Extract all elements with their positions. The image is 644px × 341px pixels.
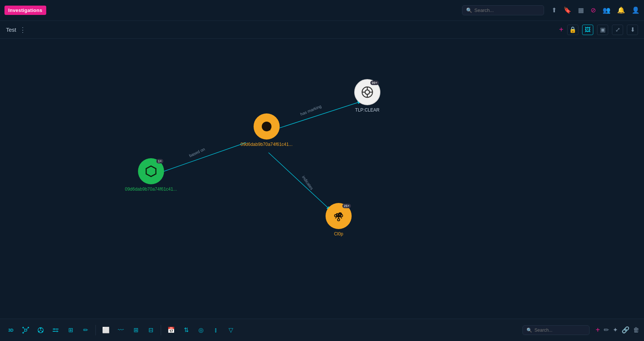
node-indicator[interactable]: 09d6dab9b70a74f61c41... <box>241 113 292 147</box>
tool-columns[interactable]: ⫿ <box>210 324 222 337</box>
bar-actions: + 🔒 🖼 ▣ ⤢ ⬇ <box>559 25 638 35</box>
threat-label: Cl0p <box>334 231 343 237</box>
tlp-badge: 99+ <box>370 81 379 85</box>
global-search[interactable]: 🔍 <box>462 5 544 15</box>
user-icon[interactable]: 👤 <box>632 6 640 14</box>
upload-icon[interactable]: ⬆ <box>552 6 557 14</box>
bottom-right-actions: + ✏ ✦ 🔗 🗑 <box>596 326 640 334</box>
node-hash[interactable]: 1+ 09d6dab9b70a74f61c41... <box>125 158 177 192</box>
svg-marker-9 <box>146 166 156 176</box>
bookmarks-icon[interactable]: 🔖 <box>563 6 571 14</box>
tool-target[interactable]: ◎ <box>195 324 207 337</box>
graph-area: has marking based on indicates 99+ <box>0 39 644 319</box>
bottom-toolbar: 3D ⊞ ✏ ⬜ 〰 ⊞ <box>0 319 644 341</box>
threat-badge: 25+ <box>342 204 351 208</box>
tab-label[interactable]: Test <box>6 26 16 33</box>
add-button[interactable]: + <box>559 25 563 34</box>
indicator-label: 09d6dab9b70a74f61c41... <box>241 142 292 147</box>
edge-label-indicates: indicates <box>301 175 314 191</box>
tool-grid2[interactable]: ⊞ <box>129 324 142 337</box>
app-title[interactable]: Investigations <box>4 6 46 15</box>
indicator-icon <box>260 120 273 133</box>
graph-canvas[interactable]: has marking based on indicates 99+ <box>0 39 644 319</box>
download-button[interactable]: ⬇ <box>627 25 638 35</box>
image-button[interactable]: 🖼 <box>582 25 593 35</box>
svg-point-22 <box>40 328 41 329</box>
network-icon <box>37 327 44 334</box>
hash-label: 09d6dab9b70a74f61c41... <box>125 187 177 192</box>
tool-path[interactable]: 〰 <box>114 324 127 337</box>
edge-label-has-marking: has marking <box>299 104 322 117</box>
bottom-search[interactable]: 🔍 <box>522 325 590 335</box>
svg-point-30 <box>53 328 55 330</box>
graph-svg: has marking based on indicates <box>0 39 644 319</box>
tool-calendar[interactable]: 📅 <box>165 324 178 337</box>
layout-icon[interactable]: ▦ <box>578 6 584 14</box>
bottom-plus-icon[interactable]: + <box>596 326 600 334</box>
crosshair-icon <box>361 85 374 99</box>
node-threat[interactable]: 25+ Cl0p <box>326 203 352 237</box>
nav-icons: ⬆ 🔖 ▦ ⊘ 👥 🔔 👤 <box>552 6 640 14</box>
bell-icon[interactable]: 🔔 <box>617 6 625 14</box>
square-button[interactable]: ▣ <box>597 25 608 35</box>
svg-point-12 <box>334 215 337 217</box>
svg-line-27 <box>39 330 41 331</box>
tool-filter[interactable]: ⇅ <box>180 324 192 337</box>
hash-badge: 1+ <box>156 159 163 163</box>
tool-timeline[interactable] <box>49 324 62 337</box>
tool-panel[interactable]: ⊞ <box>64 324 77 337</box>
lock-button[interactable]: 🔒 <box>567 25 578 35</box>
tlp-label: TLP:CLEAR <box>355 107 379 113</box>
hash-circle: 1+ <box>138 158 164 184</box>
svg-point-31 <box>56 330 58 332</box>
tool-3d[interactable]: 3D <box>4 324 17 337</box>
tool-network[interactable] <box>34 324 47 337</box>
users-icon[interactable]: 👥 <box>603 6 610 14</box>
tool-graph[interactable] <box>19 324 32 337</box>
svg-point-1 <box>365 90 370 94</box>
svg-point-17 <box>22 332 24 334</box>
expand-button[interactable]: ⤢ <box>612 25 623 35</box>
prohibited-icon[interactable]: ⊘ <box>591 6 596 14</box>
node-tlp-clear[interactable]: 99+ TLP:CLEAR <box>354 79 380 113</box>
ellipsis-icon[interactable]: ⋮ <box>19 26 26 34</box>
edge-indicates <box>268 153 330 210</box>
second-bar: Test ⋮ + 🔒 🖼 ▣ ⤢ ⬇ <box>0 21 644 39</box>
tool-funnel[interactable]: ▽ <box>224 324 237 337</box>
svg-line-19 <box>26 328 28 329</box>
search-icon: 🔍 <box>466 7 472 13</box>
top-nav: Investigations 🔍 ⬆ 🔖 ▦ ⊘ 👥 🔔 👤 <box>0 0 644 21</box>
bottom-move-icon[interactable]: ✦ <box>613 326 618 334</box>
edge-label-based-on: based on <box>188 147 205 158</box>
timeline-icon <box>52 327 59 334</box>
bottom-search-input[interactable] <box>534 328 585 333</box>
separator-1 <box>95 325 96 335</box>
tool-select-rect[interactable]: ⬜ <box>100 324 112 337</box>
indicator-circle <box>254 113 280 140</box>
tool-grid3[interactable]: ⊟ <box>144 324 157 337</box>
svg-line-18 <box>24 328 25 329</box>
separator-2 <box>161 325 161 335</box>
threat-circle: 25+ <box>326 203 352 229</box>
svg-point-11 <box>340 215 343 217</box>
bottom-edit-icon[interactable]: ✏ <box>604 326 609 334</box>
search-input[interactable] <box>474 7 540 13</box>
graph-icon <box>22 327 29 334</box>
biohazard-icon <box>332 209 345 223</box>
hex-icon <box>144 165 158 178</box>
svg-line-20 <box>24 331 25 332</box>
bottom-link-icon[interactable]: 🔗 <box>622 326 629 334</box>
svg-line-26 <box>41 330 42 331</box>
bottom-trash-icon[interactable]: 🗑 <box>633 326 640 334</box>
tlp-circle: 99+ <box>354 79 380 105</box>
tool-draw[interactable]: ✏ <box>79 324 92 337</box>
svg-point-15 <box>22 327 24 328</box>
bottom-search-icon: 🔍 <box>527 328 532 333</box>
svg-point-16 <box>28 327 29 328</box>
